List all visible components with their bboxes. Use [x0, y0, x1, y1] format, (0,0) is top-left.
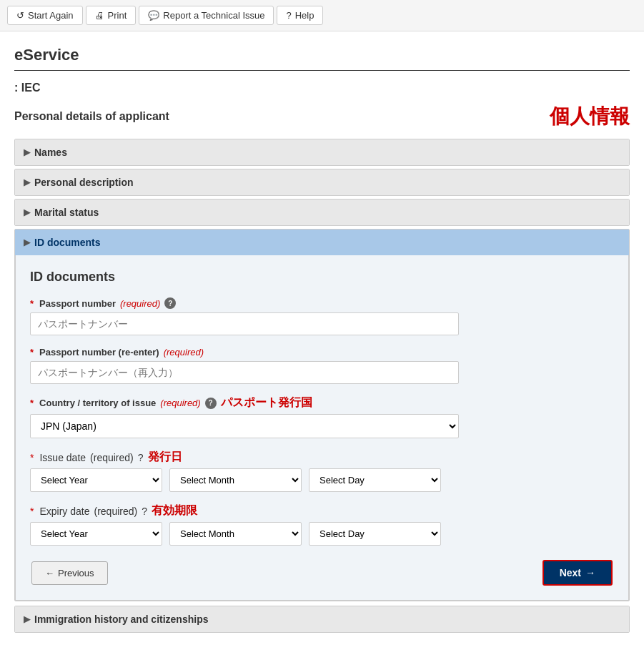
passport-reenter-label: * Passport number (re-enter) (required)	[30, 347, 614, 358]
accordion-names-arrow: ▶	[24, 147, 30, 157]
passport-reenter-asterisk: *	[30, 347, 34, 358]
help-icon: ?	[286, 10, 291, 21]
accordion-names: ▶ Names	[14, 139, 630, 166]
id-docs-form-panel: ID documents * Passport number (required…	[15, 255, 629, 601]
page-title: eService	[14, 46, 630, 71]
main-content: eService : IEC Personal details of appli…	[0, 31, 644, 643]
country-label-jp: パスポート発行国	[221, 395, 312, 410]
accordion-immigration: ▶ Immigration history and citizenships	[14, 606, 630, 633]
accordion-personal-desc-arrow: ▶	[24, 177, 30, 187]
service-label: : IEC	[14, 82, 630, 94]
expiry-month-select[interactable]: Select Month	[169, 522, 302, 546]
previous-arrow-icon: ←	[45, 568, 54, 578]
country-help-icon[interactable]: ?	[205, 398, 217, 409]
expiry-date-asterisk: *	[30, 506, 34, 517]
report-icon: 💬	[148, 10, 159, 21]
form-panel-title: ID documents	[30, 270, 614, 285]
next-button[interactable]: Next →	[543, 560, 613, 586]
accordion-id-docs-header[interactable]: ▶ ID documents	[15, 230, 629, 255]
issue-date-asterisk: *	[30, 452, 34, 463]
expiry-date-jp: 有効期限	[152, 503, 197, 518]
issue-day-select[interactable]: Select Day	[309, 468, 441, 492]
accordion-marital-label: Marital status	[34, 207, 99, 218]
accordion-immigration-arrow: ▶	[24, 614, 30, 624]
expiry-date-row: Select Year Select Month Select Day	[30, 522, 614, 546]
passport-required-text: (required)	[120, 298, 160, 309]
accordion-id-docs-label: ID documents	[34, 237, 101, 248]
print-button[interactable]: 🖨 Print	[86, 6, 137, 25]
accordion-marital-arrow: ▶	[24, 207, 30, 217]
expiry-year-select[interactable]: Select Year	[30, 522, 162, 546]
country-select[interactable]: JPN (Japan)	[30, 414, 459, 438]
accordion-personal-desc-header[interactable]: ▶ Personal description	[15, 169, 629, 195]
passport-number-label: * Passport number (required) ?	[30, 297, 614, 309]
toolbar: ↺ Start Again 🖨 Print 💬 Report a Technic…	[0, 0, 644, 31]
section-title-jp: 個人情報	[550, 103, 630, 130]
accordion-personal-desc-label: Personal description	[34, 177, 133, 188]
issue-date-help-icon[interactable]: ?	[138, 452, 144, 463]
issue-month-select[interactable]: Select Month	[169, 468, 302, 492]
expiry-date-help-icon[interactable]: ?	[142, 506, 147, 517]
passport-reenter-required: (required)	[164, 347, 204, 358]
next-arrow-icon: →	[585, 567, 595, 578]
start-again-button[interactable]: ↺ Start Again	[7, 6, 83, 25]
print-icon: 🖨	[95, 10, 104, 21]
accordion-immigration-header[interactable]: ▶ Immigration history and citizenships	[15, 606, 629, 632]
accordion-names-header[interactable]: ▶ Names	[15, 139, 629, 165]
issue-date-jp: 発行日	[148, 450, 182, 465]
passport-reenter-group: * Passport number (re-enter) (required)	[30, 347, 614, 384]
accordion-personal-desc: ▶ Personal description	[14, 169, 630, 196]
accordion-immigration-label: Immigration history and citizenships	[34, 614, 208, 625]
country-label: * Country / territory of issue (required…	[30, 395, 614, 410]
country-asterisk: *	[30, 398, 34, 408]
help-button[interactable]: ? Help	[277, 6, 323, 25]
passport-required-asterisk: *	[30, 298, 34, 309]
country-group: * Country / territory of issue (required…	[30, 395, 614, 438]
next-label: Next	[560, 567, 581, 578]
country-required: (required)	[160, 398, 200, 408]
expiry-day-select[interactable]: Select Day	[309, 522, 441, 546]
issue-date-row: Select Year Select Month Select Day	[30, 468, 614, 492]
previous-button[interactable]: ← Previous	[31, 561, 108, 585]
passport-reenter-input[interactable]	[30, 361, 459, 384]
passport-number-input[interactable]	[30, 312, 459, 335]
expiry-date-label-row: * Expiry date (required) ? 有効期限	[30, 503, 614, 518]
accordion-names-label: Names	[34, 147, 67, 158]
passport-number-group: * Passport number (required) ?	[30, 297, 614, 335]
expiry-date-required: (required)	[94, 506, 138, 517]
section-header: Personal details of applicant 個人情報	[14, 103, 630, 130]
accordion-marital: ▶ Marital status	[14, 199, 630, 226]
issue-date-group: * Issue date (required) ? 発行日 Select Yea…	[30, 450, 614, 492]
issue-date-required: (required)	[90, 452, 134, 463]
nav-buttons: ← Previous Next →	[30, 560, 614, 586]
accordion-id-docs-arrow: ▶	[24, 237, 30, 247]
accordion-id-docs: ▶ ID documents ID documents * Passport n…	[14, 229, 630, 601]
start-again-icon: ↺	[16, 10, 24, 21]
report-button[interactable]: 💬 Report a Technical Issue	[139, 6, 274, 25]
previous-label: Previous	[58, 568, 94, 578]
passport-help-icon[interactable]: ?	[164, 297, 176, 309]
issue-year-select[interactable]: Select Year	[30, 468, 162, 492]
expiry-date-group: * Expiry date (required) ? 有効期限 Select Y…	[30, 503, 614, 546]
issue-date-label-row: * Issue date (required) ? 発行日	[30, 450, 614, 465]
accordion-marital-header[interactable]: ▶ Marital status	[15, 199, 629, 225]
section-title: Personal details of applicant	[14, 110, 169, 123]
